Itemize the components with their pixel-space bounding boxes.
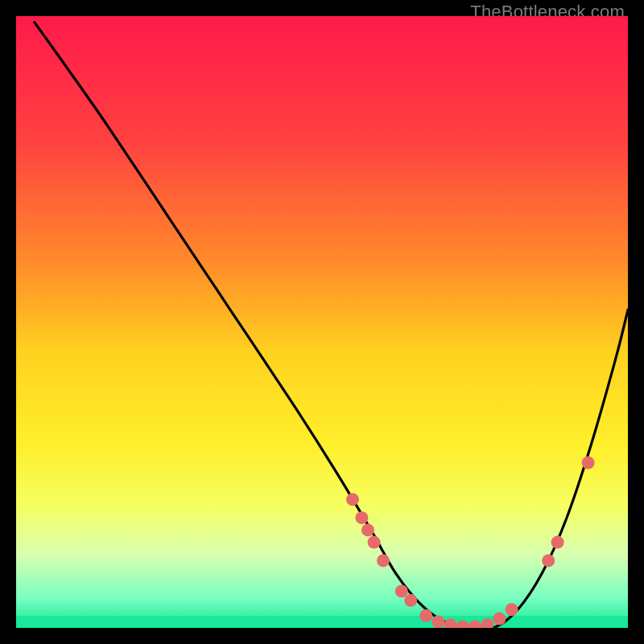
data-point: [368, 536, 381, 549]
data-point: [361, 523, 374, 536]
chart-frame: [16, 16, 628, 628]
data-point: [419, 609, 432, 622]
data-point: [355, 511, 368, 524]
data-point: [493, 613, 506, 625]
data-point: [377, 554, 390, 567]
bottleneck-chart: [16, 16, 628, 628]
gradient-background: [16, 16, 628, 628]
data-point: [346, 493, 359, 506]
data-point: [542, 554, 555, 567]
data-point: [431, 615, 444, 628]
data-point: [506, 603, 518, 616]
data-point: [395, 584, 408, 597]
data-point: [404, 594, 417, 607]
data-point: [551, 536, 564, 549]
baseline-band: [16, 616, 628, 628]
data-point: [582, 456, 595, 469]
